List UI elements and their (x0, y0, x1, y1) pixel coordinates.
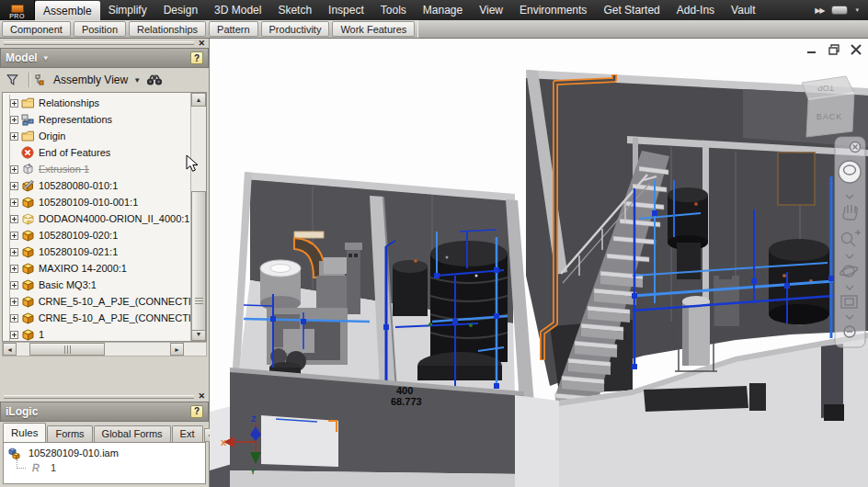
expand-toggle[interactable] (10, 298, 18, 306)
tree-item[interactable]: 105280109-020:1 (3, 227, 190, 244)
tree-item[interactable]: DODAON4000-ORION_II_4000:1 (3, 210, 190, 227)
assembly-view-icon (35, 74, 48, 86)
close-icon[interactable]: ✕ (198, 40, 205, 48)
model-tree: Relationships Representations Origin End… (2, 92, 207, 342)
ribbon-display-options-icon[interactable] (831, 6, 848, 15)
tree-item[interactable]: 105280109-010-001:1 (3, 194, 190, 210)
app-button-label: PRO (9, 13, 25, 19)
tree-item[interactable]: MAXIRO 14-2000:1 (3, 260, 190, 277)
door-frame[interactable] (778, 153, 815, 205)
ilogic-panel-header[interactable]: iLogic ? (0, 402, 209, 422)
tree-item[interactable]: 105280109-021:1 (3, 244, 190, 260)
ilogic-grab-bar[interactable]: ✕ (0, 392, 209, 402)
expand-toggle[interactable] (10, 248, 18, 256)
scroll-left-icon[interactable]: ◄ (3, 343, 17, 356)
expand-toggle[interactable] (10, 281, 18, 289)
filter-icon[interactable] (6, 74, 19, 86)
tab-environments[interactable]: Environments (511, 0, 595, 20)
ilogic-tab-external[interactable]: Ext (172, 425, 203, 442)
tab-view[interactable]: View (471, 0, 511, 20)
tab-tools[interactable]: Tools (372, 0, 415, 20)
panel-tab-pattern[interactable]: Pattern (209, 21, 257, 37)
horizontal-scrollbar[interactable]: ◄ ► (2, 342, 207, 357)
ribbon-overflow-icon[interactable]: ▶▶ (815, 6, 824, 15)
chevron-down-icon[interactable]: ▼ (133, 76, 141, 85)
tab-simplify[interactable]: Simplify (100, 0, 155, 20)
tree-item-suppressed[interactable]: Extrusion 1 (3, 161, 190, 177)
scrollbar-thumb[interactable] (191, 191, 206, 331)
vertical-scrollbar[interactable]: ▲ ▼ (190, 93, 206, 341)
ilogic-rule-item[interactable]: 1 (7, 460, 201, 475)
expand-toggle[interactable] (10, 265, 18, 273)
inventor-logo-icon (11, 5, 24, 13)
close-icon[interactable] (850, 44, 862, 55)
tree-item[interactable]: 105280080-010:1 (3, 177, 190, 194)
scroll-up-icon[interactable]: ▲ (191, 93, 206, 107)
tree-item[interactable]: Origin (3, 128, 190, 144)
expand-toggle[interactable] (10, 198, 18, 207)
restore-icon[interactable] (828, 44, 840, 55)
expand-toggle[interactable] (10, 132, 18, 141)
floor-channel[interactable] (644, 386, 748, 412)
panel-tab-work-features[interactable]: Work Features (332, 21, 415, 37)
ilogic-tab-forms[interactable]: Forms (47, 425, 92, 442)
tab-inspect[interactable]: Inspect (320, 0, 372, 20)
minimize-icon[interactable] (805, 44, 818, 55)
tree-item-label: 1 (39, 329, 44, 340)
tab-sketch[interactable]: Sketch (269, 0, 320, 20)
search-binoculars-icon[interactable] (146, 74, 163, 86)
tree-item[interactable]: Basic MQ3:1 (3, 277, 190, 293)
tab-add-ins[interactable]: Add-Ins (668, 0, 723, 20)
navbar-close-icon[interactable] (851, 142, 861, 153)
part-icon (21, 311, 35, 324)
tree-item[interactable]: End of Features (3, 144, 190, 161)
3d-scene[interactable]: 400 68.773 Z X Y (210, 39, 868, 487)
chevron-down-icon[interactable]: ▾ (855, 6, 859, 14)
tree-item-label: Origin (39, 130, 65, 142)
help-icon[interactable]: ? (190, 405, 203, 418)
tree-item[interactable]: 1 (3, 326, 190, 341)
tab-vault[interactable]: Vault (723, 0, 763, 20)
panel-tab-relationships[interactable]: Relationships (129, 21, 206, 37)
panel-grab-bar[interactable]: ✕ (0, 39, 209, 48)
view-mode-selector[interactable]: Assembly View (53, 74, 128, 86)
model-panel-header[interactable]: Model ▼ ? (0, 48, 209, 68)
tree-item[interactable]: Representations (3, 111, 190, 128)
viewcube[interactable]: TOP BACK (802, 76, 854, 137)
expand-toggle[interactable] (10, 182, 18, 190)
ilogic-root-item[interactable]: 105280109-010.iam (7, 446, 201, 460)
help-icon[interactable]: ? (190, 51, 203, 64)
tree-item-label: End of Features (39, 147, 110, 158)
scroll-right-icon[interactable]: ► (170, 343, 184, 356)
steering-wheel-icon[interactable] (839, 161, 861, 183)
expand-toggle[interactable] (10, 99, 18, 108)
tree-item[interactable]: Relationships (3, 95, 190, 111)
close-icon[interactable]: ✕ (198, 392, 205, 401)
panel-tab-component[interactable]: Component (2, 21, 71, 37)
tab-assemble[interactable]: Assemble (35, 1, 100, 20)
ribbon-panel-row: Component Position Relationships Pattern… (0, 20, 868, 39)
tab-3d-model[interactable]: 3D Model (206, 0, 269, 20)
graphics-window[interactable]: 400 68.773 Z X Y (210, 39, 868, 487)
panel-tab-position[interactable]: Position (74, 21, 126, 37)
ilogic-tab-global-forms[interactable]: Global Forms (94, 425, 171, 442)
expand-toggle[interactable] (10, 232, 18, 240)
expand-toggle[interactable] (10, 215, 18, 223)
tree-item[interactable]: CRNE_5-10_A_PJE_(CONNECTIC (3, 310, 190, 326)
tree-item[interactable]: CRNE_5-10_A_PJE_(CONNECTIC (3, 293, 190, 310)
expand-toggle[interactable] (10, 314, 18, 323)
tab-design[interactable]: Design (155, 0, 206, 20)
ilogic-tab-rules[interactable]: Rules (3, 423, 46, 442)
tab-get-started[interactable]: Get Started (595, 0, 668, 20)
expand-toggle[interactable] (10, 116, 18, 124)
scrollbar-thumb[interactable] (29, 343, 105, 356)
panel-tab-productivity[interactable]: Productivity (261, 21, 330, 37)
expand-toggle[interactable] (10, 165, 18, 174)
tab-manage[interactable]: Manage (415, 0, 471, 20)
expand-toggle[interactable] (10, 331, 18, 339)
tree-item-label: CRNE_5-10_A_PJE_(CONNECTIC (39, 312, 190, 323)
application-menu-button[interactable]: PRO (0, 0, 35, 20)
svg-text:Y: Y (250, 467, 256, 476)
chevron-down-icon[interactable]: ▼ (42, 54, 50, 62)
navigation-bar[interactable] (835, 137, 865, 347)
